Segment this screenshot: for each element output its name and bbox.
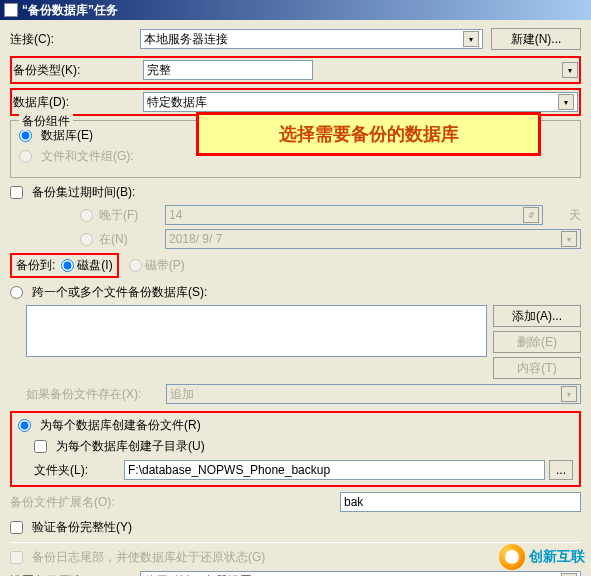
window-titlebar: “备份数据库”任务 — [0, 0, 591, 20]
database-label: 数据库(D): — [13, 94, 143, 111]
folder-label: 文件夹(L): — [34, 462, 124, 479]
database-combo[interactable]: 特定数据库 ▾ — [143, 92, 578, 112]
if-exists-label: 如果备份文件存在(X): — [26, 386, 166, 403]
chevron-down-icon[interactable]: ▾ — [562, 62, 578, 78]
backup-to-label: 备份到: — [16, 257, 55, 274]
expire-days-label: 天 — [569, 207, 581, 224]
add-file-button[interactable]: 添加(A)... — [493, 305, 581, 327]
connection-label: 连接(C): — [10, 31, 140, 48]
expire-on-radio — [80, 233, 93, 246]
extension-label: 备份文件扩展名(O): — [10, 494, 340, 511]
perdb-subdir-checkbox[interactable] — [34, 440, 47, 453]
component-database-radio[interactable] — [19, 129, 32, 142]
component-filegroups-radio — [19, 150, 32, 163]
browse-folder-button[interactable]: ... — [549, 460, 573, 480]
component-filegroups-label: 文件和文件组(G): — [41, 148, 134, 165]
chevron-down-icon[interactable]: ▾ — [463, 31, 479, 47]
expire-after-spinner: 14 ⇵ — [165, 205, 543, 225]
backup-type-label: 备份类型(K): — [13, 62, 143, 79]
remove-file-button: 删除(E) — [493, 331, 581, 353]
perdb-subdir-label: 为每个数据库创建子目录(U) — [56, 438, 205, 455]
expire-on-label: 在(N) — [99, 231, 159, 248]
tail-log-label: 备份日志尾部，并使数据库处于还原状态(G) — [32, 549, 265, 566]
verify-label: 验证备份完整性(Y) — [32, 519, 132, 536]
multi-file-radio[interactable] — [10, 286, 23, 299]
compress-label: 设置备份压缩(M): — [10, 573, 140, 577]
dest-disk-radio[interactable] — [61, 259, 74, 272]
logo-icon — [499, 544, 525, 570]
verify-checkbox[interactable] — [10, 521, 23, 534]
chevron-down-icon[interactable]: ▾ — [558, 94, 574, 110]
compress-combo[interactable]: 使用默认服务器设置 ▾ — [140, 571, 581, 576]
backup-component-title: 备份组件 — [19, 113, 73, 130]
expire-checkbox[interactable] — [10, 186, 23, 199]
separator — [10, 542, 581, 543]
dest-tape-label: 磁带(P) — [145, 257, 185, 274]
if-exists-combo: 追加 ▾ — [166, 384, 581, 404]
watermark-logo: 创新互联 — [499, 544, 585, 570]
expire-on-date: 2018/ 9/ 7 ▾ — [165, 229, 581, 249]
backup-type-combo[interactable]: 完整 — [143, 60, 313, 80]
expire-after-label: 晚于(F) — [99, 207, 159, 224]
window-title: “备份数据库”任务 — [22, 2, 118, 19]
extension-input[interactable]: bak — [340, 492, 581, 512]
perdb-create-file-label: 为每个数据库创建备份文件(R) — [40, 417, 201, 434]
multi-file-label: 跨一个或多个文件备份数据库(S): — [32, 284, 207, 301]
annotation-callout: 选择需要备份的数据库 — [196, 112, 541, 156]
expire-after-radio — [80, 209, 93, 222]
dest-disk-label: 磁盘(I) — [77, 257, 112, 274]
folder-input[interactable]: F:\database_NOPWS_Phone_backup — [124, 460, 545, 480]
spinner-icon: ⇵ — [523, 207, 539, 223]
contents-button: 内容(T) — [493, 357, 581, 379]
perdb-create-file-radio[interactable] — [18, 419, 31, 432]
tail-log-checkbox — [10, 551, 23, 564]
expire-label: 备份集过期时间(B): — [32, 184, 135, 201]
dest-tape-radio — [129, 259, 142, 272]
new-connection-button[interactable]: 新建(N)... — [491, 28, 581, 50]
connection-combo[interactable]: 本地服务器连接 ▾ — [140, 29, 483, 49]
backup-files-list[interactable] — [26, 305, 487, 357]
window-icon — [4, 3, 18, 17]
chevron-down-icon: ▾ — [561, 386, 577, 402]
chevron-down-icon: ▾ — [561, 231, 577, 247]
